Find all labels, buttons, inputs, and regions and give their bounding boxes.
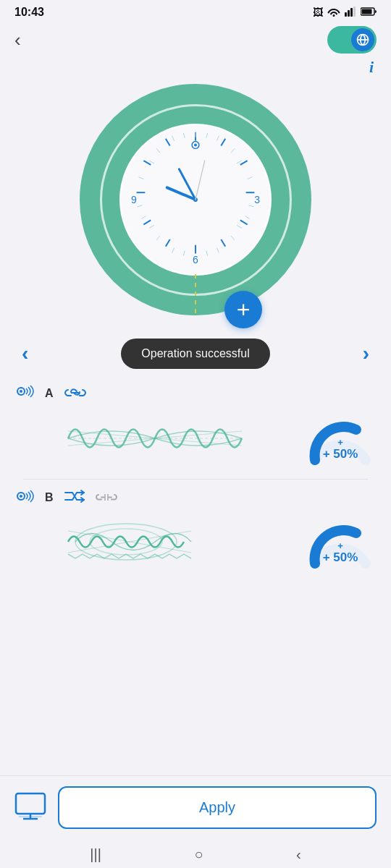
svg-line-25 [231,148,235,153]
dashed-line [195,274,196,318]
back-button[interactable]: ‹ [14,29,21,51]
clock-area: 9 3 6 + [0,77,391,315]
svg-line-22 [216,136,219,141]
channels-area: A [0,375,391,578]
svg-line-37 [156,236,160,240]
channel-a-settings-icon[interactable] [14,383,35,404]
status-icons: 🖼 [313,7,377,19]
channel-b-gauge-label: + + 50% [323,541,358,565]
svg-line-29 [245,216,250,219]
svg-line-12 [240,220,248,224]
system-nav-bar: ||| ○ ‹ [0,841,391,868]
monitor-icon [14,792,46,824]
channel-a-gauge[interactable]: + + 50% [304,409,377,467]
sys-nav-home[interactable]: ○ [194,846,203,863]
channel-b-label: B [45,491,54,504]
next-button[interactable]: › [363,342,369,365]
info-row: i [0,56,391,77]
channel-b-broken-link-icon[interactable] [96,488,117,507]
status-time: 10:43 [14,6,44,19]
svg-line-10 [240,161,248,165]
svg-line-13 [221,239,225,247]
channel-b-gauge[interactable]: + + 50% [304,513,377,571]
svg-rect-3 [353,7,356,17]
svg-line-15 [166,239,170,247]
svg-rect-1 [348,10,350,17]
sys-nav-recents[interactable]: ||| [90,846,101,863]
channel-b-settings-icon[interactable] [14,488,35,507]
svg-point-48 [194,144,197,147]
channel-a-waveform-row: + + 50% [12,405,379,475]
toast-message: Operation successful [121,339,269,369]
svg-line-42 [172,248,175,253]
nav-row: ‹ Operation successful › [0,315,391,375]
svg-line-34 [141,216,146,219]
toggle-switch[interactable] [327,26,377,54]
svg-line-24 [172,136,175,141]
channel-b-shuffle-icon[interactable] [64,488,85,507]
channel-a-waveform [14,417,295,460]
divider [23,479,368,480]
camera-icon: 🖼 [313,7,323,18]
svg-line-21 [206,133,208,138]
svg-line-23 [183,133,185,138]
svg-line-31 [149,161,154,163]
svg-line-41 [183,251,185,256]
svg-point-56 [20,495,22,498]
toggle-knob [351,28,374,51]
apply-button[interactable]: Apply [58,786,377,829]
svg-line-30 [156,148,160,153]
sys-nav-back[interactable]: ‹ [296,846,301,863]
clock-middle-ring: 9 3 6 [100,104,292,296]
svg-line-33 [138,205,143,207]
svg-point-50 [20,390,22,393]
wifi-icon [327,7,340,19]
clock-face: 9 3 6 [119,124,272,276]
svg-line-46 [196,161,205,200]
clock-outer-ring: 9 3 6 + [80,84,311,315]
channel-a-row: A [12,379,379,405]
channel-b-row: B [12,484,379,509]
svg-rect-65 [16,793,45,814]
svg-line-18 [143,161,151,165]
info-icon[interactable]: i [369,58,374,77]
svg-line-39 [206,251,208,256]
svg-rect-0 [345,12,347,17]
svg-line-26 [237,161,242,163]
clock-6: 6 [193,254,198,265]
svg-line-27 [248,177,253,179]
svg-line-16 [143,220,151,224]
channel-a-link-icon[interactable] [64,384,87,404]
top-nav: ‹ [0,22,391,56]
status-bar: 10:43 🖼 [0,0,391,22]
svg-line-32 [139,177,144,179]
channel-a-gauge-label: + + 50% [323,438,358,461]
svg-line-40 [216,248,219,253]
svg-line-19 [166,139,170,146]
svg-line-35 [231,236,235,240]
svg-line-28 [249,205,254,207]
svg-rect-2 [350,8,353,17]
svg-rect-5 [362,9,372,14]
channel-a-label: A [45,387,54,400]
clock-3: 3 [254,194,260,205]
channel-b-waveform [14,516,295,567]
bottom-bar: Apply [0,775,391,839]
clock-9: 9 [131,194,137,205]
svg-line-38 [149,225,154,228]
svg-line-36 [237,225,242,228]
channel-b-waveform-row: + + 50% [12,509,379,578]
prev-button[interactable]: ‹ [22,342,28,365]
signal-icon [345,7,356,19]
battery-icon [361,7,377,18]
svg-line-9 [221,139,225,146]
plus-button[interactable]: + [224,291,262,328]
